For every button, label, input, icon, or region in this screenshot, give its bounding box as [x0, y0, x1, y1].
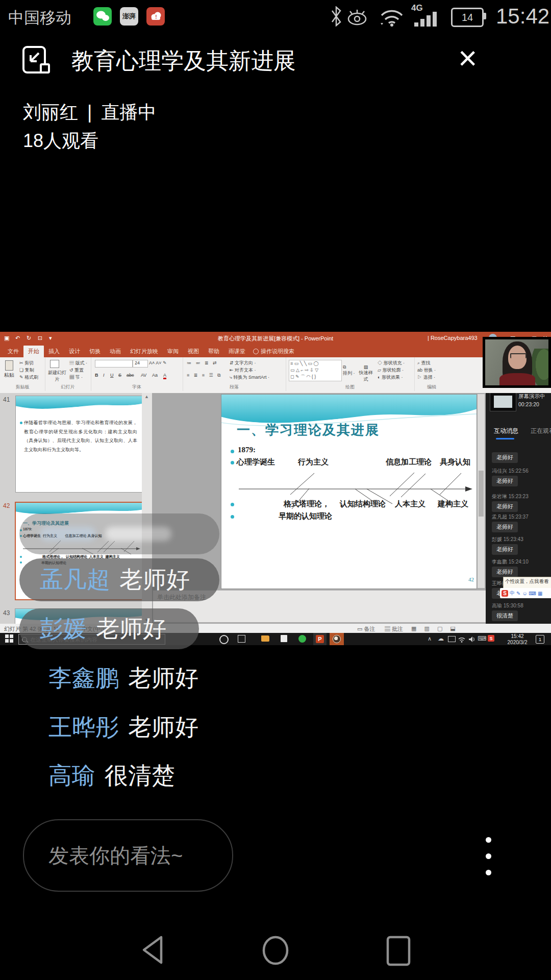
browser-icon	[298, 635, 306, 643]
scroll-up-icon[interactable]: ▲	[144, 394, 149, 399]
tray-monitor-icon	[448, 636, 456, 642]
group-label-clipboard: 剪贴板	[0, 384, 45, 390]
screencast-thumbnail	[490, 393, 516, 411]
comment-input[interactable]	[23, 819, 233, 892]
thumb-43-number: 43	[3, 609, 10, 617]
divider: |	[83, 102, 96, 122]
tab-help: 帮助	[204, 346, 224, 357]
wave-decoration	[16, 396, 146, 413]
pengpai-icon: 澎湃	[120, 7, 138, 26]
layout-button: ▤ 版式 ·	[69, 360, 87, 366]
thumb-41-text: 伴随着哲学理论与思潮、学习理论和教育理论的发展，教育心理学的研究呈现出多元化取向…	[24, 419, 137, 454]
slide-canvas: 一、学习理论及其进展 1879: 心理学诞生 行为主义 信息加工理论 具身认知	[221, 394, 477, 589]
cloud-alert-icon: !	[146, 7, 165, 26]
status-bar: 中国移动 澎湃 ! 4G	[0, 0, 551, 33]
page-title: 教育心理学及其新进展	[71, 46, 296, 76]
back-icon[interactable]	[139, 934, 167, 968]
chat-message-text: 老师好	[119, 564, 190, 596]
change-case-button: Aa	[152, 373, 158, 378]
message-bubble: 老师好	[492, 522, 518, 532]
tab-underline	[496, 438, 514, 439]
more-menu-icon[interactable]	[486, 837, 496, 878]
mini-window	[494, 396, 512, 408]
bullet-dot	[20, 561, 22, 564]
ime-cn-icon: 中	[510, 590, 515, 597]
ppt-menu-bar: 文件 开始 插入 设计 切换 动画 幻灯片放映 审阅 视图 帮助 雨课堂 操作说…	[0, 345, 551, 357]
bullet-dot	[231, 515, 234, 519]
bulb-icon	[253, 349, 259, 354]
ime-keyboard-icon: ⌨	[529, 591, 536, 596]
screen-cast-icon[interactable]	[21, 45, 53, 79]
carrier-label: 中国移动	[8, 7, 71, 29]
view-buttons: ▦ ▥ ▢ ⬓	[411, 625, 459, 632]
recents-icon[interactable]	[386, 935, 413, 969]
bullet-dot	[231, 503, 234, 506]
quick-styles-button: ▨快速样式	[357, 364, 374, 383]
tray-sogou-icon: S	[488, 635, 494, 642]
shape-effects-button: ◐ 形状效果 ·	[378, 374, 403, 381]
screencast-label: 屏幕演示中	[518, 393, 545, 400]
person-sweater	[499, 373, 535, 385]
slide-m3: 人本主义	[395, 499, 425, 509]
replace-button: ab 替换 ·	[417, 367, 436, 374]
slide-b2: 早期的认知理论	[279, 511, 332, 521]
group-label-paragraph: 段落	[183, 384, 286, 390]
wifi-icon	[379, 6, 405, 29]
battery-nub	[484, 13, 486, 19]
select-button: ▷ 选择 ·	[417, 374, 435, 381]
chat-row: 高瑜 很清楚	[48, 760, 175, 792]
tab-insert: 插入	[44, 346, 64, 357]
chat-bubble: 孟凡超 老师好	[19, 558, 219, 601]
timeline-diagram	[221, 395, 477, 589]
chat-row: 李鑫鹏 老师好	[48, 663, 198, 694]
message-bubble: 老师好	[492, 501, 518, 512]
phone-screen: 中国移动 澎湃 ! 4G	[0, 0, 551, 980]
message-bubble: 很清楚	[492, 610, 518, 621]
text-direction-button: ⇵ 文字方向 ·	[230, 360, 256, 366]
tab-file: 文件	[3, 346, 23, 357]
interaction-panel: ∧ 屏幕演示中 00:23:20 互动消息 正在观看 老师好 冯佳兴 15:22…	[486, 393, 551, 624]
viewer-count: 18人观看	[23, 129, 98, 154]
home-icon[interactable]	[260, 935, 291, 968]
person-glasses	[510, 353, 527, 358]
font-name-box	[95, 360, 133, 368]
account-label: | RoseCapybara493	[428, 335, 478, 341]
task-view-icon	[238, 635, 245, 643]
ppt-ribbon: 粘贴 ✂ 剪切 ❏ 复制 ✎ 格式刷 剪贴板 新建幻灯片 ▤ 版式 · ↺ 重置…	[0, 357, 551, 394]
bullet-dot	[20, 422, 22, 424]
message-bubble: 老师好	[492, 544, 518, 555]
shape-fill-button: ◇ 形状填充 ·	[378, 360, 405, 366]
chat-user-name: 李鑫鹏	[48, 663, 119, 694]
android-nav-bar	[0, 929, 551, 980]
notification-badge: 1	[539, 637, 541, 642]
battery-level: 14	[462, 12, 473, 23]
comments-toggle: ▤ 批注	[385, 625, 403, 633]
message-bubble: 老师好	[492, 452, 518, 463]
chat-user-name: 王晔彤	[48, 712, 119, 743]
tab-review: 审阅	[163, 346, 183, 357]
group-label-font: 字体	[91, 384, 183, 390]
svg-text:!: !	[155, 14, 157, 20]
close-icon[interactable]: ×	[458, 42, 477, 75]
font-underline-button: U	[110, 373, 114, 378]
new-slide-icon	[50, 360, 59, 368]
ribbon-group-clipboard: 粘贴 ✂ 剪切 ❏ 复制 ✎ 格式刷 剪贴板	[0, 357, 45, 391]
ime-pen-icon: ✎	[516, 591, 520, 596]
sogou-icon: S	[502, 590, 508, 597]
battery-icon: 14	[451, 8, 484, 27]
ime-toolbar: S 中 ✎ ☺ ⌨ ▦	[500, 588, 551, 598]
chat-user-name: 孟凡超	[40, 564, 110, 596]
shape-outline-button: ▱ 形状轮廓 ·	[378, 367, 404, 374]
comment-input-field[interactable]	[24, 820, 232, 891]
ribbon-group-font: 24 A˄ A˅ ✎ B I U S abc AV Aa A 字体	[91, 357, 183, 391]
align-text-button: ⇤ 对齐文本 ·	[230, 367, 256, 374]
store-icon	[281, 635, 287, 642]
bullet-dot	[20, 556, 22, 558]
chat-bubble: 彭媛 老师好	[19, 608, 199, 649]
host-name: 刘丽红	[23, 102, 78, 122]
tab-slideshow: 幻灯片放映	[126, 346, 163, 357]
powerpoint-taskbar-icon: P	[313, 633, 327, 645]
file-explorer-icon	[261, 635, 269, 642]
reset-button: ↺ 重置	[69, 367, 84, 374]
slide-scrollbar[interactable]	[478, 394, 485, 588]
